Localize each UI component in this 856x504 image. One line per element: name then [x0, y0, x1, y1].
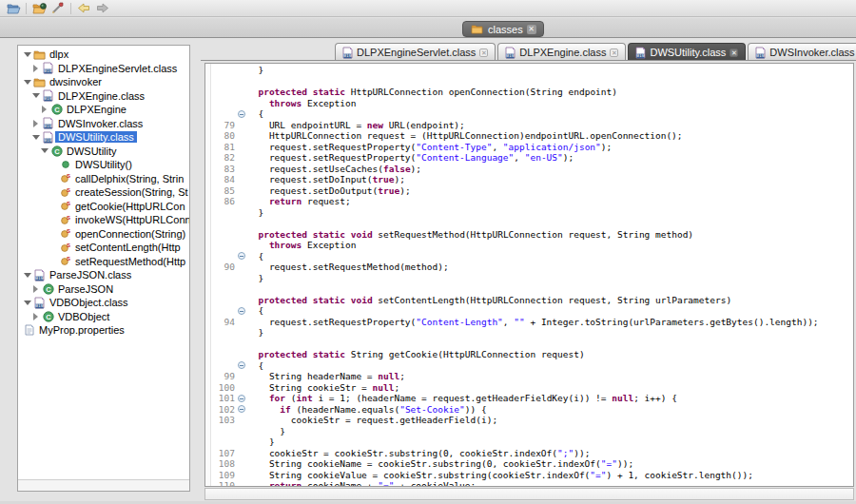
code-token: request.setRequestProperty(	[247, 317, 416, 327]
string-token: ";"	[557, 448, 574, 458]
tree-item-getcookie-httpurlcon[interactable]: SgetCookie(HttpURLCon	[18, 200, 189, 214]
open-type-icon[interactable]	[29, 1, 49, 16]
close-icon[interactable]: ✕	[479, 48, 488, 57]
expand-arrow-icon[interactable]	[30, 313, 41, 320]
svg-text:010: 010	[343, 53, 352, 58]
editor-tab-label: DWSUtility.class	[650, 47, 726, 58]
fold-collapse-icon[interactable]	[236, 405, 247, 413]
back-icon[interactable]	[74, 1, 93, 16]
tree-item-vdbobject-class[interactable]: 010VDBObject.class	[18, 296, 189, 310]
editor-tab-label: DLPXEngine.class	[519, 47, 606, 58]
tree-item-dlpxengine[interactable]: CDLPXEngine	[18, 103, 189, 117]
tree-item-dwsinvoker[interactable]: dwsinvoker	[18, 75, 189, 89]
class-icon: 010	[41, 89, 55, 102]
code-token: ));	[574, 448, 590, 458]
collapse-arrow-icon[interactable]	[22, 80, 32, 85]
editor-tab-dwsutility-class[interactable]: 010DWSUtility.class✕	[628, 43, 746, 61]
keyword-token: true	[373, 174, 395, 184]
tree-item-dlpxengineservlet-class[interactable]: 010DLPXEngineServlet.class	[18, 62, 189, 76]
tree-item-parsejson-class[interactable]: 010ParseJSON.class	[18, 268, 189, 282]
tree-item-createsession-string-st[interactable]: ScreateSession(String, St	[18, 185, 189, 200]
collapse-arrow-icon[interactable]	[30, 93, 41, 98]
code-text: for (int i = 1; (headerName = request.ge…	[247, 393, 853, 403]
keyword-token: true	[378, 185, 399, 196]
container-tab-classes[interactable]: classes ✕	[462, 21, 544, 37]
fold-collapse-icon[interactable]	[236, 110, 247, 118]
open-file-icon[interactable]	[4, 1, 23, 16]
collapse-arrow-icon[interactable]	[22, 52, 32, 57]
editor-horizontal-scrollbar[interactable]	[204, 488, 854, 500]
tree-item-dwsutility-[interactable]: DWSUtility()	[18, 158, 189, 172]
collapse-arrow-icon[interactable]	[22, 300, 32, 305]
tree-item-invokews-httpurlconn[interactable]: SinvokeWS(HttpURLConn	[18, 213, 189, 227]
application-window: classes ✕ dlpx010DLPXEngineServlet.class…	[0, 0, 856, 504]
code-text: return cookieName + "=" + cookieValue;	[247, 480, 853, 486]
tree-rows: dlpx010DLPXEngineServlet.classdwsinvoker…	[18, 48, 189, 478]
tree-horizontal-scrollbar[interactable]	[18, 479, 189, 491]
tree-item-dwsutility-class[interactable]: 010DWSUtility.class	[18, 130, 189, 145]
fold-collapse-icon[interactable]	[236, 307, 247, 315]
code-line: 110 return cookieName + "=" + cookieValu…	[212, 480, 853, 486]
code-token	[247, 196, 269, 206]
close-icon[interactable]: ✕	[610, 48, 618, 57]
code-token: ;	[399, 371, 405, 381]
expand-arrow-icon[interactable]	[30, 285, 41, 293]
editor-tab-dlpxengineservlet-class[interactable]: 010DLPXEngineServlet.class✕	[335, 43, 496, 61]
tree-item-myprop-properties[interactable]: MyProp.properties	[18, 323, 189, 338]
code-token: ,	[503, 317, 514, 327]
tree-item-setcontentlength-http[interactable]: SsetContentLength(Http	[18, 241, 189, 255]
expand-arrow-icon[interactable]	[30, 65, 41, 72]
tree-item-dwsutility[interactable]: CDWSUtility	[18, 145, 189, 159]
tree-item-vdbobject[interactable]: CVDBObject	[18, 310, 189, 324]
code-token: cookieName +	[302, 480, 378, 486]
search-icon[interactable]	[49, 1, 68, 16]
svg-text:S: S	[66, 228, 69, 234]
code-editor[interactable]: } protected static HttpURLConnection ope…	[204, 63, 854, 487]
tree-item-label: VDBObject	[55, 311, 112, 322]
tree-item-calldelphix-string-strin[interactable]: ScallDelphix(String, Strin	[18, 172, 189, 186]
code-text: request.setRequestProperty("Content-Leng…	[247, 317, 853, 327]
fold-collapse-icon[interactable]	[236, 361, 247, 369]
editor-tab-dwsinvoker-class[interactable]: 010DWSInvoker.class✕	[748, 43, 856, 61]
string-token: "Content-Language"	[416, 152, 514, 163]
tree-item-dlpxengine-class[interactable]: 010DLPXEngine.class	[18, 89, 189, 104]
code-line: {	[212, 360, 853, 372]
expand-arrow-icon[interactable]	[39, 106, 49, 113]
code-line: 84 request.setDoInput(true);	[212, 174, 853, 185]
collapse-arrow-icon[interactable]	[22, 273, 32, 278]
tree-item-parsejson[interactable]: CParseJSON	[18, 282, 189, 297]
tree-item-label: openConnection(String)	[72, 228, 188, 240]
smethod-icon: S	[58, 173, 72, 184]
code-line: 103 cookieStr = request.getHeaderField(i…	[212, 415, 853, 426]
svg-text:C: C	[46, 312, 51, 320]
svg-text:010: 010	[35, 276, 44, 281]
fold-collapse-icon[interactable]	[236, 395, 247, 402]
tree-item-dlpx[interactable]: dlpx	[18, 48, 189, 62]
close-icon[interactable]: ✕	[730, 48, 738, 57]
collapse-arrow-icon[interactable]	[39, 148, 49, 153]
code-line: 94 request.setRequestProperty("Content-L…	[212, 317, 853, 328]
code-token: + Integer.toString(urlParameters.getByte…	[525, 317, 819, 327]
string-token: "Content-Length"	[416, 317, 503, 327]
keyword-token: return	[269, 480, 302, 486]
code-token: String cookieStr =	[247, 382, 373, 393]
close-icon[interactable]: ✕	[527, 25, 536, 34]
forward-icon[interactable]	[93, 1, 112, 16]
line-number: 85	[212, 185, 236, 196]
code-line: }	[212, 273, 853, 284]
expand-arrow-icon[interactable]	[30, 120, 41, 127]
string-token: "="	[378, 480, 394, 486]
collapse-arrow-icon[interactable]	[30, 135, 41, 140]
tree-item-openconnection-string-[interactable]: SopenConnection(String)	[18, 227, 189, 242]
code-line: 101 for (int i = 1; (headerName = reques…	[212, 393, 853, 404]
editor-tab-dlpxengine-class[interactable]: 010DLPXEngine.class✕	[497, 43, 626, 61]
tree-item-setrequestmethod-http[interactable]: SsetRequestMethod(Http	[18, 255, 189, 269]
class-file-icon: 010	[505, 47, 516, 59]
tree-item-dwsinvoker-class[interactable]: 010DWSInvoker.class	[18, 117, 189, 131]
code-token: );	[411, 164, 421, 174]
code-token: Exception	[302, 240, 356, 250]
keyword-token: static	[313, 295, 345, 305]
code-line: 99 String headerName = null;	[212, 371, 853, 382]
code-text: }	[247, 426, 853, 436]
fold-collapse-icon[interactable]	[236, 252, 247, 260]
